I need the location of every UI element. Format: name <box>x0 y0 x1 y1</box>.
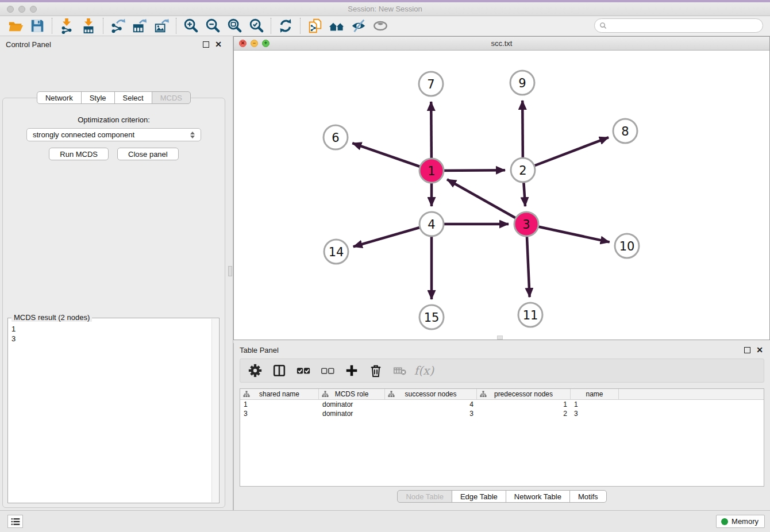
status-bar: Memory <box>0 510 770 532</box>
search-input[interactable] <box>607 20 763 32</box>
run-mcds-button[interactable]: Run MCDS <box>49 148 109 160</box>
tab-mcds[interactable]: MCDS <box>152 91 191 104</box>
network-window-title: scc.txt <box>234 39 769 48</box>
graph-edge-3-1[interactable] <box>447 179 526 224</box>
vertical-splitter[interactable] <box>228 36 233 511</box>
column-header-successor-nodes[interactable]: successor nodes <box>385 389 477 399</box>
task-history-button[interactable] <box>7 515 23 528</box>
open-file-button[interactable] <box>5 17 26 35</box>
show-columns-button[interactable] <box>269 361 290 380</box>
column-header-name[interactable]: name <box>571 389 619 399</box>
tab-select[interactable]: Select <box>114 91 152 104</box>
cell-mcds-role[interactable]: dominator <box>319 409 385 418</box>
export-image-button[interactable] <box>151 17 172 35</box>
graph-node-label-9: 9 <box>518 76 526 90</box>
memory-status-icon <box>721 518 728 525</box>
splitter-grip[interactable] <box>228 266 232 276</box>
hide-selected-button[interactable] <box>348 17 369 35</box>
tab-edge-table[interactable]: Edge Table <box>452 490 506 503</box>
column-header-shared-name[interactable]: shared name <box>240 389 319 399</box>
export-network-icon <box>110 18 126 34</box>
cell-successor-nodes[interactable]: 3 <box>385 409 477 418</box>
criterion-select[interactable]: strongly connected component <box>26 128 201 141</box>
table-toolbar: f(x) <box>240 358 764 383</box>
cell-predecessor-nodes[interactable]: 2 <box>477 409 571 418</box>
export-table-icon <box>132 18 148 34</box>
node-table-header: shared name MCDS role successor nodes pr… <box>240 389 764 400</box>
memory-label: Memory <box>732 517 759 526</box>
search-field[interactable] <box>594 18 763 33</box>
export-network-button[interactable] <box>107 17 129 35</box>
fx-icon: f(x) <box>414 364 434 377</box>
table-settings-button[interactable] <box>245 361 265 380</box>
table-row[interactable]: 1 dominator 4 1 1 <box>240 400 764 409</box>
network-graph[interactable]: 7968124314101511 <box>234 51 769 340</box>
node-table[interactable]: shared name MCDS role successor nodes pr… <box>240 388 764 487</box>
import-network-button[interactable] <box>56 17 78 35</box>
cell-mcds-role[interactable]: dominator <box>319 400 385 409</box>
houses-icon <box>329 18 345 34</box>
tab-motifs[interactable]: Motifs <box>569 490 607 503</box>
cell-predecessor-nodes[interactable]: 1 <box>477 400 571 409</box>
tab-network[interactable]: Network <box>37 91 82 104</box>
cell-shared-name[interactable]: 3 <box>240 409 319 418</box>
table-row[interactable]: 3 dominator 3 2 3 <box>240 409 764 418</box>
network-close-button[interactable]: ✕ <box>239 40 247 47</box>
apply-layout-button[interactable] <box>275 17 297 35</box>
cell-name[interactable]: 3 <box>571 409 619 418</box>
zoom-selected-button[interactable] <box>245 17 267 35</box>
canvas-scroll-grip[interactable] <box>497 336 503 340</box>
columns-icon <box>272 363 287 378</box>
plus-icon <box>344 363 359 378</box>
tab-node-table[interactable]: Node Table <box>397 490 452 503</box>
first-neighbors-button[interactable] <box>326 17 348 35</box>
zoom-in-button[interactable] <box>180 17 202 35</box>
delete-column-button[interactable] <box>365 361 386 380</box>
zoom-out-icon <box>205 18 221 34</box>
mcds-result-list[interactable]: 1 3 <box>11 324 211 502</box>
import-table-button[interactable] <box>78 17 99 35</box>
mcds-result-line: 3 <box>11 334 211 344</box>
hierarchy-icon <box>480 391 487 398</box>
result-scrollbar[interactable] <box>211 319 218 502</box>
cell-name[interactable]: 1 <box>571 400 619 409</box>
tab-network-table[interactable]: Network Table <box>506 490 570 503</box>
create-column-button[interactable] <box>341 361 362 380</box>
close-panel-icon[interactable]: ✕ <box>756 346 763 354</box>
clone-network-button[interactable] <box>304 17 326 35</box>
cell-successor-nodes[interactable]: 4 <box>385 400 477 409</box>
session-title: Session: New Session <box>0 5 770 13</box>
column-header-predecessor-nodes[interactable]: predecessor nodes <box>477 389 571 399</box>
network-maximize-button[interactable]: + <box>262 40 270 47</box>
float-panel-icon[interactable] <box>203 41 209 48</box>
mcds-result-title: MCDS result (2 nodes) <box>11 313 92 322</box>
export-table-button[interactable] <box>129 17 151 35</box>
zoom-out-button[interactable] <box>202 17 224 35</box>
network-canvas[interactable]: 7968124314101511 <box>234 51 769 340</box>
memory-button[interactable]: Memory <box>716 515 765 528</box>
network-window-controls[interactable]: ✕ − + <box>239 40 270 47</box>
tab-style[interactable]: Style <box>81 91 115 104</box>
select-all-rows-button[interactable] <box>293 361 314 380</box>
network-minimize-button[interactable]: − <box>251 40 258 47</box>
graph-edge-2-8[interactable] <box>523 137 609 170</box>
close-panel-button[interactable]: Close panel <box>117 148 179 160</box>
hierarchy-icon <box>322 391 329 398</box>
close-panel-icon[interactable]: ✕ <box>215 40 222 48</box>
trash-icon <box>368 363 383 378</box>
save-session-button[interactable] <box>26 17 48 35</box>
deselect-all-rows-button[interactable] <box>317 361 338 380</box>
hierarchy-icon <box>388 391 395 398</box>
float-panel-icon[interactable] <box>744 347 750 353</box>
optimization-criterion-label: Optimization criterion: <box>3 115 225 124</box>
toolbar-separator <box>176 18 176 34</box>
cell-shared-name[interactable]: 1 <box>240 400 319 409</box>
graph-node-label-7: 7 <box>427 78 434 91</box>
open-folder-icon <box>7 18 24 34</box>
export-image-icon <box>153 18 170 34</box>
column-header-mcds-role[interactable]: MCDS role <box>319 389 385 399</box>
show-all-button[interactable] <box>369 17 391 35</box>
search-icon <box>599 22 607 29</box>
main-toolbar <box>0 16 770 36</box>
zoom-fit-button[interactable] <box>224 17 245 35</box>
